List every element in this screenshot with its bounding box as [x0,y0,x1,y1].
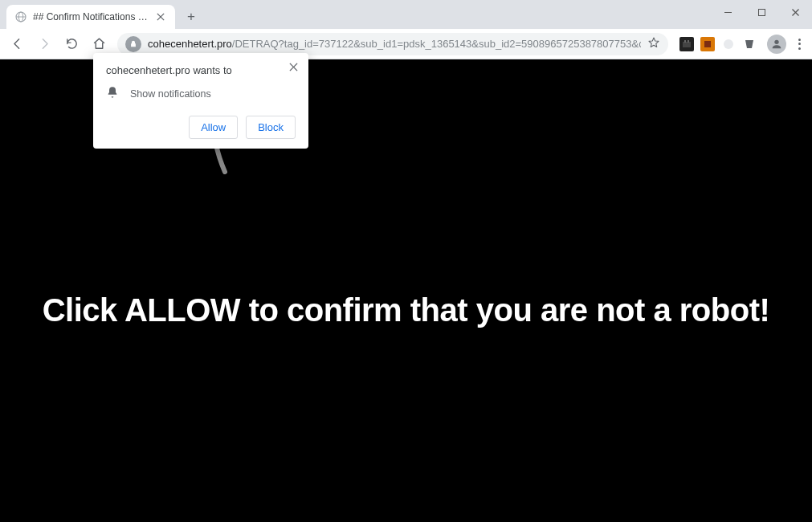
permission-item: Show notifications [106,86,296,101]
tab-title: ## Confirm Notifications ## [33,11,149,22]
url-host: cohecenhetert.pro [148,38,232,50]
minimize-button[interactable] [711,0,745,24]
browser-tab[interactable]: ## Confirm Notifications ## [6,5,175,29]
tab-close-button[interactable] [154,10,167,23]
new-tab-button[interactable]: + [180,6,202,28]
url-text: cohecenhetert.pro/DETRAQ?tag_id=737122&s… [148,38,641,50]
back-button[interactable] [5,32,29,56]
home-button[interactable] [87,32,111,56]
permission-close-button[interactable] [286,59,300,74]
svg-rect-12 [704,41,711,47]
svg-rect-11 [688,40,689,43]
block-button[interactable]: Block [246,116,296,139]
allow-button[interactable]: Allow [189,116,238,139]
extension-icon-3[interactable] [721,37,736,51]
profile-avatar[interactable] [765,32,789,56]
window-close-button[interactable] [778,0,812,24]
permission-item-label: Show notifications [130,88,211,100]
globe-icon [14,10,27,23]
browser-menu-button[interactable] [792,39,807,50]
svg-point-14 [774,39,778,43]
permission-prompt: cohecenhetert.pro wants to Show notifica… [93,53,308,149]
plus-icon: + [187,9,195,25]
window-controls [711,0,812,24]
reload-button[interactable] [59,32,84,56]
tab-strip: ## Confirm Notifications ## + [0,0,812,29]
svg-rect-1 [758,9,765,15]
svg-rect-10 [684,40,686,43]
permission-actions: Allow Block [106,116,296,139]
bell-icon [106,86,119,101]
address-bar[interactable]: cohecenhetert.pro/DETRAQ?tag_id=737122&s… [117,33,668,55]
extension-icon-2[interactable] [700,37,715,51]
forward-button[interactable] [32,32,56,56]
page-headline: Click ALLOW to confirm that you are not … [0,292,812,328]
bookmark-star-icon[interactable] [647,36,660,51]
svg-rect-9 [683,42,691,47]
extension-icon-1[interactable] [679,37,694,51]
permission-title: cohecenhetert.pro wants to [106,64,296,76]
extension-icon-4[interactable] [742,37,757,51]
lock-icon[interactable] [125,36,141,52]
maximize-button[interactable] [745,0,778,24]
url-path: /DETRAQ?tag_id=737122&sub_id1=pdsk_13651… [232,38,641,50]
extension-icons [675,37,761,51]
svg-point-13 [724,39,733,49]
